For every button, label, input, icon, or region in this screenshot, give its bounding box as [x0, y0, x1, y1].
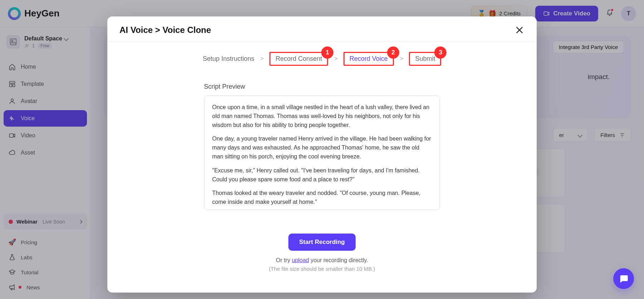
modal-header: AI Voice > Voice Clone [107, 16, 537, 42]
step-submit-label: Submit [415, 55, 435, 62]
modal-body: Setup Instructions > Record Consent 1 > … [107, 42, 537, 293]
start-recording-label: Start Recording [299, 239, 345, 245]
step-submit[interactable]: Submit 3 [409, 52, 441, 66]
step-record-voice[interactable]: Record Voice 2 [343, 52, 394, 66]
script-paragraph: Once upon a time, in a small village nes… [212, 103, 432, 129]
step-separator: > [260, 55, 264, 63]
script-preview-section: Script Preview Once upon a time, in a sm… [204, 83, 440, 210]
script-paragraph: Thomas looked at the weary traveler and … [212, 189, 432, 207]
alt-suffix: your recording directly. [309, 257, 368, 263]
upload-alt-line: Or try upload your recording directly. [276, 257, 368, 264]
step-consent-label: Record Consent [275, 55, 322, 62]
alt-prefix: Or try [276, 257, 292, 263]
step-separator: > [334, 55, 338, 63]
start-recording-button[interactable]: Start Recording [288, 234, 356, 251]
step-separator: > [400, 55, 404, 63]
file-size-hint: (The file size should be smaller than 10… [269, 266, 375, 272]
step-badge: 1 [321, 46, 333, 59]
modal-title: AI Voice > Voice Clone [119, 25, 211, 35]
script-paragraph: "Excuse me, sir," Henry called out. "I'v… [212, 166, 432, 184]
step-badge: 2 [387, 46, 399, 59]
chat-icon [619, 274, 629, 284]
script-preview-box[interactable]: Once upon a time, in a small village nes… [204, 95, 440, 210]
close-icon[interactable] [514, 25, 525, 35]
upload-link[interactable]: upload [292, 257, 309, 263]
script-preview-label: Script Preview [204, 83, 440, 90]
step-record-label: Record Voice [350, 55, 388, 62]
step-setup: Setup Instructions [203, 55, 254, 63]
voice-clone-modal: AI Voice > Voice Clone Setup Instruction… [107, 16, 537, 293]
step-consent[interactable]: Record Consent 1 [269, 52, 328, 66]
step-badge: 3 [434, 46, 447, 59]
help-fab[interactable] [613, 268, 634, 289]
wizard-steps: Setup Instructions > Record Consent 1 > … [203, 52, 441, 66]
script-paragraph: One day, a young traveler named Henry ar… [212, 134, 432, 161]
